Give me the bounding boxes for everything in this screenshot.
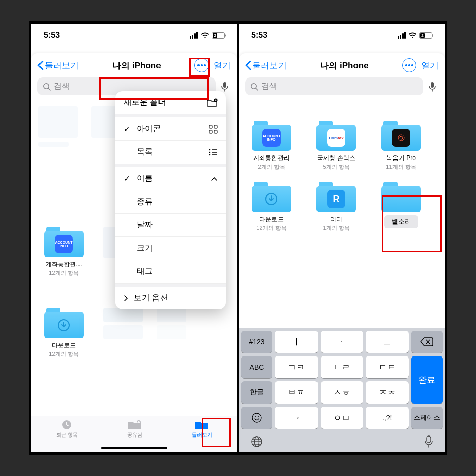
wifi-icon [408, 32, 417, 39]
cellular-icon [398, 32, 406, 39]
svg-rect-7 [209, 130, 212, 133]
more-button[interactable] [402, 58, 416, 72]
svg-point-26 [258, 416, 259, 417]
menu-sort-size[interactable]: ✓크기 [115, 237, 226, 260]
clock-icon [60, 419, 74, 430]
svg-point-13 [209, 154, 211, 155]
menu-label: 종류 [137, 196, 153, 207]
folder-item[interactable]: Homtax 국세청 손택스 5개의 항목 [311, 121, 362, 171]
back-button[interactable]: 둘러보기 [245, 60, 287, 71]
key[interactable]: ㅈㅊ [366, 381, 409, 404]
phone-right: 5:53 2 둘러보기 나의 iPhone 열기 [238, 23, 446, 453]
folder-item[interactable]: 다운로드 12개의 항목 [38, 308, 89, 358]
folder-name: 계좌통합관리 [253, 154, 290, 163]
key-hangul[interactable]: 한글 [241, 381, 272, 404]
svg-point-24 [252, 413, 261, 422]
key[interactable]: ㅇㅁ [321, 407, 364, 429]
svg-line-19 [256, 88, 258, 90]
globe-button[interactable] [250, 435, 263, 448]
folder-name: 리디 [330, 215, 342, 224]
download-icon [56, 318, 71, 333]
folder-item[interactable]: ACCOUNTINFO 계좌통합관리 2개의 항목 [246, 121, 297, 171]
status-bar: 5:53 2 [31, 24, 237, 47]
svg-rect-6 [214, 125, 217, 128]
folder-item[interactable]: ACCOUNTINFO 계좌통합관… 12개의 항목 [38, 227, 89, 277]
menu-sort-tag[interactable]: ✓태그 [115, 260, 226, 284]
dictation-button[interactable] [219, 81, 231, 93]
menu-view-options[interactable]: 보기 옵션 [115, 287, 226, 309]
svg-rect-5 [209, 125, 212, 128]
menu-sort-date[interactable]: ✓날짜 [115, 214, 226, 237]
menu-new-folder[interactable]: 새로운 폴더 [115, 91, 226, 114]
key[interactable]: ㅅㅎ [321, 381, 364, 404]
key[interactable]: ㄱㅋ [275, 356, 318, 378]
svg-point-21 [398, 135, 404, 141]
folder-rename-input[interactable]: 벨소리 [384, 215, 418, 228]
menu-icon-view[interactable]: ✓아이콘 [115, 117, 226, 141]
dictation-button[interactable] [424, 435, 433, 448]
key-space[interactable]: 스페이스 [411, 407, 443, 429]
folder-name: 다운로드 [259, 215, 284, 224]
folder-name: 녹음기 Pro [386, 154, 416, 163]
menu-label: 태그 [137, 266, 153, 277]
chevron-right-icon [124, 295, 129, 302]
key[interactable]: ㄷㅌ [366, 356, 409, 378]
key-abc[interactable]: ABC [241, 356, 272, 378]
svg-rect-32 [427, 436, 431, 443]
page-title: 나의 iPhone [112, 60, 161, 71]
more-button[interactable] [194, 58, 209, 72]
key[interactable]: ㅡ [366, 331, 409, 353]
key-emoji[interactable] [241, 407, 272, 429]
tab-label: 최근 항목 [56, 431, 78, 439]
key[interactable]: → [275, 407, 318, 429]
search-input[interactable]: 검색 [245, 77, 423, 95]
home-indicator[interactable] [101, 447, 167, 449]
key-done[interactable]: 완료 [411, 356, 443, 404]
menu-list-view[interactable]: ✓목록 [115, 141, 226, 164]
dictation-button[interactable] [426, 81, 439, 93]
tab-recents[interactable]: 최근 항목 [56, 419, 78, 439]
search-icon [43, 83, 51, 91]
folder-count: 1개의 항목 [323, 224, 349, 232]
folder-count: 12개의 항목 [49, 350, 78, 358]
open-button[interactable]: 열기 [214, 60, 231, 71]
key[interactable]: ㅂㅍ [275, 381, 318, 404]
status-time: 5:53 [44, 31, 60, 40]
menu-sort-name[interactable]: ✓이름 [115, 167, 226, 190]
folder-name: 다운로드 [52, 341, 76, 350]
back-button[interactable]: 둘러보기 [37, 60, 79, 71]
menu-label: 목록 [137, 147, 153, 157]
backspace-icon [420, 337, 433, 346]
key[interactable]: · [321, 331, 364, 353]
keyboard: #123 ㅣ · ㅡ ABC ㄱㅋ ㄴㄹ ㄷㅌ 완료 한글 [239, 328, 445, 452]
globe-icon [250, 435, 263, 448]
open-button[interactable]: 열기 [421, 60, 439, 71]
tab-shared[interactable]: 공유됨 [127, 419, 142, 439]
folder-name: 계좌통합관… [46, 260, 82, 269]
menu-sort-kind[interactable]: ✓종류 [115, 190, 226, 214]
key[interactable]: ㄴㄹ [321, 356, 364, 378]
folder-item[interactable]: R 리디 1개의 항목 [311, 182, 362, 232]
emoji-icon [251, 412, 262, 423]
battery-icon: 2 [212, 32, 225, 39]
key[interactable]: ㅣ [275, 331, 318, 353]
key[interactable]: .,?! [366, 407, 409, 429]
folder-item[interactable]: 녹음기 Pro 11개의 항목 [376, 121, 426, 171]
tab-browse[interactable]: 둘러보기 [192, 419, 212, 439]
tab-label: 공유됨 [127, 431, 142, 439]
folder-icon [195, 419, 209, 430]
check-icon: ✓ [124, 174, 132, 183]
folder-item[interactable]: 다운로드 12개의 항목 [246, 182, 297, 232]
key-backspace[interactable] [411, 331, 443, 353]
new-folder-icon [207, 98, 218, 107]
back-label: 둘러보기 [252, 60, 287, 71]
svg-line-1 [48, 88, 50, 90]
status-time: 5:53 [251, 31, 267, 40]
key-numbers[interactable]: #123 [241, 331, 272, 353]
svg-rect-8 [214, 130, 217, 133]
search-icon [250, 83, 258, 91]
phone-left: 5:53 2 둘러보기 나의 iPhone 열기 [30, 23, 238, 453]
menu-label: 크기 [137, 243, 153, 254]
search-placeholder: 검색 [54, 81, 70, 92]
folder-item-new[interactable]: 벨소리 [376, 182, 426, 232]
